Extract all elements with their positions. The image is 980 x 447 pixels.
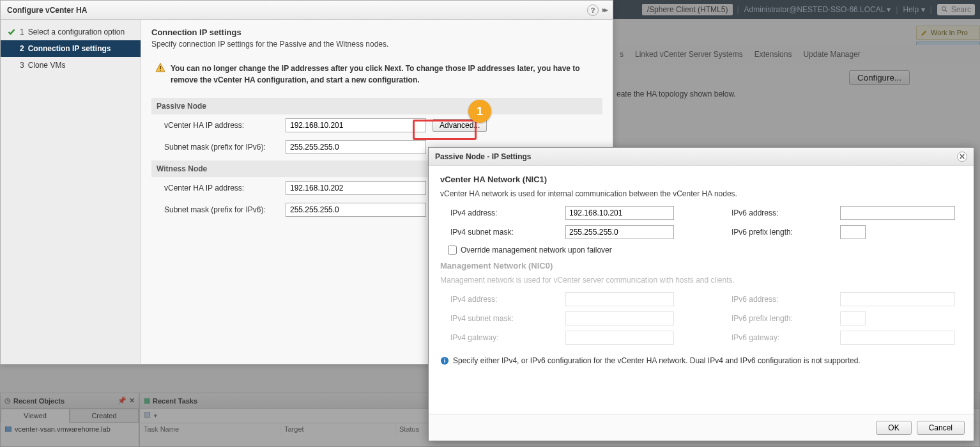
warning-banner: You can no longer change the IP addresse…	[151, 58, 602, 95]
input-nic1-ipv4[interactable]	[565, 206, 674, 220]
close-icon[interactable]: ✕	[129, 396, 135, 405]
subdialog-titlebar: Passive Node - IP Settings ✕	[429, 148, 974, 166]
ok-button[interactable]: OK	[876, 421, 911, 435]
nic0-desc: Management network is used for vCenter s…	[440, 276, 962, 285]
vcenter-icon	[4, 425, 12, 433]
configure-button[interactable]: Configure...	[849, 70, 910, 85]
override-row: Override management network upon failove…	[445, 239, 962, 261]
svg-rect-9	[444, 359, 445, 359]
detach-icon[interactable]: ▸▸	[602, 6, 606, 14]
configure-button-wrap: Configure...	[849, 70, 910, 85]
wizard-title: Configure vCenter HA	[7, 6, 87, 15]
label-ipv4-address: IPv4 address:	[450, 208, 565, 217]
label-nic0-ipv4-gateway: IPv4 gateway:	[450, 333, 565, 342]
wizard-steps-nav: 1 Select a configuration option 2 Connec…	[1, 20, 141, 364]
passive-node-ip-settings-dialog: Passive Node - IP Settings ✕ vCenter HA …	[428, 147, 974, 441]
nic0-title: Management Network (NIC0)	[440, 261, 962, 271]
cancel-button[interactable]: Cancel	[917, 421, 965, 435]
help-menu[interactable]: Help ▾	[903, 5, 924, 14]
label-nic0-ipv6-prefix: IPv6 prefix length:	[731, 314, 840, 323]
label-ipv6-prefix: IPv6 prefix length:	[731, 228, 840, 237]
label-override-mgmt: Override management network upon failove…	[461, 246, 612, 255]
check-icon	[8, 28, 15, 36]
input-passive-ha-ip[interactable]	[286, 118, 426, 132]
label-witness-ha-ip: vCenter HA IP address:	[164, 184, 286, 192]
svg-rect-3	[145, 412, 150, 418]
col-task-name[interactable]: Task Name	[140, 423, 280, 435]
tab-viewed[interactable]: Viewed	[1, 409, 70, 423]
nic1-desc: vCenter HA network is used for internal …	[440, 189, 962, 198]
row-passive-ha-ip: vCenter HA IP address: Advanced...	[151, 114, 602, 136]
label-passive-subnet: Subnet mask (prefix for IPv6):	[164, 143, 286, 152]
nic1-form: IPv4 address: IPv6 address: IPv4 subnet …	[450, 206, 962, 239]
html5-client-button[interactable]: /Sphere Client (HTML5)	[642, 4, 733, 15]
info-icon	[440, 356, 449, 365]
tab-created[interactable]: Created	[70, 409, 139, 423]
wizard-titlebar: Configure vCenter HA ? ▸▸	[1, 1, 613, 20]
input-nic0-ipv4-mask	[565, 311, 674, 325]
step-3-clone-vms[interactable]: 3 Clone VMs	[1, 57, 141, 74]
input-nic1-ipv6[interactable]	[840, 206, 955, 220]
annotation-callout-1: 1	[468, 100, 491, 123]
input-nic0-ipv6	[840, 292, 955, 306]
bg-detail-tabs: s Linked vCenter Server Systems Extensio…	[613, 45, 980, 64]
warning-icon	[155, 63, 165, 75]
filter-icon[interactable]	[144, 411, 153, 420]
tab-update-manager[interactable]: Update Manager	[803, 50, 860, 59]
label-nic0-ipv4-mask: IPv4 subnet mask:	[450, 314, 565, 323]
tab-linked-vcenter[interactable]: Linked vCenter Server Systems	[635, 50, 743, 59]
input-witness-ha-ip[interactable]	[286, 181, 426, 195]
input-nic1-ipv4-mask[interactable]	[565, 225, 674, 239]
svg-rect-5	[160, 66, 161, 69]
svg-point-0	[942, 7, 946, 11]
admin-user-menu[interactable]: Administrator@NESTED-SSO-66.LOCAL ▾	[744, 5, 891, 14]
checkbox-override-mgmt[interactable]	[448, 246, 457, 255]
input-nic0-ipv4-gateway	[565, 331, 674, 345]
svg-line-1	[945, 10, 947, 12]
topology-text-fragment: eate the HA topology shown below.	[616, 90, 736, 98]
subdialog-title: Passive Node - IP Settings	[435, 152, 532, 161]
svg-rect-8	[444, 360, 445, 363]
label-ipv4-mask: IPv4 subnet mask:	[450, 228, 565, 237]
pin-icon[interactable]: 📌	[118, 396, 126, 405]
input-nic1-ipv6-prefix[interactable]	[840, 225, 866, 239]
info-row: Specify either IPv4, or IPv6 configurati…	[440, 356, 962, 365]
subdialog-footer: OK Cancel	[429, 414, 974, 441]
nic0-form: IPv4 address: IPv6 address: IPv4 subnet …	[450, 292, 962, 345]
input-passive-subnet[interactable]	[286, 140, 426, 154]
step-1-select-config[interactable]: 1 Select a configuration option	[1, 24, 141, 40]
input-nic0-ipv4	[565, 292, 674, 306]
input-nic0-ipv6-gateway	[840, 331, 955, 345]
search-input[interactable]: Searc	[937, 4, 975, 15]
search-icon	[941, 6, 949, 13]
recent-object-item[interactable]: vcenter-vsan.vmwarehome.lab	[1, 423, 139, 435]
page-title: Connection IP settings	[151, 27, 602, 37]
label-ipv6-address: IPv6 address:	[731, 208, 840, 217]
label-passive-ha-ip: vCenter HA IP address:	[164, 121, 286, 130]
label-witness-subnet: Subnet mask (prefix for IPv6):	[164, 205, 286, 214]
input-nic0-ipv6-prefix	[840, 311, 866, 325]
passive-node-group: Passive Node	[151, 98, 602, 114]
tab-extensions[interactable]: Extensions	[754, 50, 792, 59]
nic1-title: vCenter HA Network (NIC1)	[440, 175, 962, 184]
svg-rect-6	[160, 70, 161, 71]
svg-rect-2	[6, 427, 11, 432]
recent-objects-tabs: Viewed Created	[1, 409, 139, 423]
close-icon[interactable]: ✕	[957, 152, 967, 162]
label-nic0-ipv4-address: IPv4 address:	[450, 295, 565, 304]
label-nic0-ipv6-gateway: IPv6 gateway:	[731, 333, 840, 342]
col-target[interactable]: Target	[280, 423, 395, 435]
pencil-icon	[921, 29, 928, 36]
recent-objects-panel: ◷ Recent Objects 📌 ✕ Viewed Created vcen…	[0, 393, 139, 447]
input-witness-subnet[interactable]	[286, 203, 426, 217]
step-2-connection-ip[interactable]: 2 Connection IP settings	[1, 40, 141, 57]
page-description: Specify connection IP settings for the P…	[151, 40, 602, 49]
recent-objects-header: ◷ Recent Objects 📌 ✕	[1, 393, 139, 409]
work-in-progress-panel[interactable]: Work In Pro	[916, 26, 980, 40]
tab-frag[interactable]: s	[620, 50, 624, 59]
label-nic0-ipv6-address: IPv6 address:	[731, 295, 840, 304]
help-icon[interactable]: ?	[587, 4, 599, 16]
